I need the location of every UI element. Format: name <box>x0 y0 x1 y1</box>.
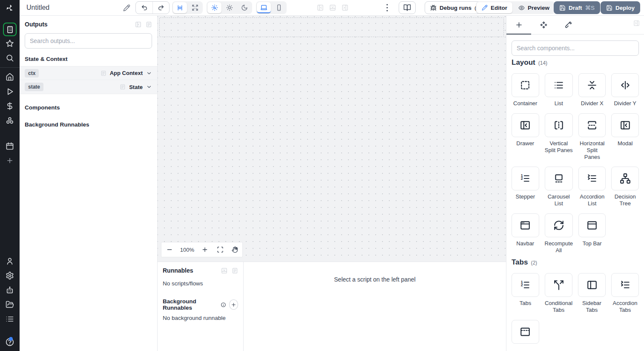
save-icon <box>559 5 566 11</box>
tab-insert-component[interactable] <box>506 16 531 34</box>
sidebar-item-workers[interactable] <box>0 283 20 297</box>
tab-styling[interactable] <box>556 16 581 34</box>
doc-icon <box>101 70 106 76</box>
component-card-decision-tree[interactable] <box>611 167 639 190</box>
ctx-row[interactable]: ctx App Context <box>20 66 157 80</box>
panel-left-toggle-icon[interactable] <box>317 3 324 13</box>
component-card-container[interactable] <box>512 73 539 97</box>
collapse-runnables-panel-icon[interactable] <box>221 268 227 274</box>
component-card-recompute-all[interactable] <box>545 213 573 237</box>
divider-y-icon <box>620 80 631 91</box>
divider-x-icon <box>586 80 598 91</box>
component-card-modal[interactable] <box>611 113 639 137</box>
add-background-runnable-button[interactable] <box>229 299 238 310</box>
expand-canvas-button[interactable] <box>188 2 202 13</box>
component-card-sidebar-tabs[interactable] <box>578 273 606 297</box>
zoom-out-button[interactable] <box>161 242 178 257</box>
chevron-down-icon[interactable] <box>146 70 152 76</box>
component-card-divider-x[interactable] <box>578 73 606 97</box>
sidebar-item-logs[interactable] <box>0 312 20 326</box>
panel-bottom-toggle-icon[interactable] <box>329 3 336 13</box>
state-row[interactable]: state State <box>20 80 157 94</box>
sidebar-item-variables[interactable] <box>0 99 20 113</box>
undo-button[interactable] <box>136 2 152 14</box>
undo-icon <box>141 4 148 11</box>
theme-dark-button[interactable] <box>237 2 251 13</box>
sidebar-item-search[interactable] <box>0 51 20 65</box>
component-alignment-button[interactable] <box>173 2 187 13</box>
runnables-doc-icon[interactable] <box>232 268 238 274</box>
component-card-navbar[interactable] <box>512 213 539 237</box>
component-card-stepper[interactable]: 12 <box>512 167 539 190</box>
search-outputs-input[interactable] <box>25 33 152 49</box>
component-card-accordion-list[interactable] <box>578 167 606 190</box>
component-card-tabs[interactable]: 12 <box>512 273 539 297</box>
resources-boxes-icon <box>6 116 14 125</box>
sidebar-item-add[interactable] <box>0 153 20 168</box>
more-menu-button[interactable] <box>383 3 391 13</box>
decision-tree-icon <box>620 173 631 184</box>
docs-button[interactable] <box>399 1 416 14</box>
windmill-logo[interactable] <box>0 0 20 16</box>
editor-tab[interactable]: Editor <box>477 2 512 13</box>
undo-redo-group <box>135 1 170 14</box>
component-card-accordion-tabs[interactable] <box>611 273 639 297</box>
editor-preview-switch: Editor Preview <box>476 1 555 14</box>
chevron-down-icon[interactable] <box>146 84 152 90</box>
pan-tool-button[interactable] <box>227 242 242 257</box>
sidebar-item-runs[interactable] <box>0 84 20 99</box>
theme-light-button[interactable] <box>222 2 236 13</box>
app-editor: Untitled <box>0 0 644 351</box>
component-card-carousel[interactable] <box>545 167 573 190</box>
sidebar-item-schedules[interactable] <box>0 139 20 153</box>
expand-icon <box>192 4 198 11</box>
tabs-cards-grid: 12 Tabs Conditional Tabs Sidebar Tabs Ac… <box>512 273 639 347</box>
rename-app-button[interactable] <box>121 3 132 13</box>
variables-dollar-icon <box>6 102 14 110</box>
preview-tab[interactable]: Preview <box>513 2 555 13</box>
sidebar-item-resources[interactable] <box>0 113 20 128</box>
sidebar-item-app-editor[interactable] <box>3 23 17 36</box>
component-card-conditional-tabs[interactable] <box>545 273 572 297</box>
notification-dot <box>9 337 13 341</box>
tab-component-settings[interactable] <box>531 16 556 34</box>
fit-to-screen-button[interactable] <box>213 242 228 257</box>
search-components-input[interactable] <box>512 40 639 56</box>
deploy-button[interactable]: Deploy <box>601 1 640 14</box>
redo-button[interactable] <box>152 2 169 14</box>
layout-cards-grid: Container List Divider X Divider Y Drawe… <box>512 73 639 254</box>
component-card-horizontal-split[interactable] <box>578 113 606 137</box>
outputs-doc-icon[interactable] <box>146 21 152 28</box>
script-editor-placeholder: Select a script on the left panel <box>244 262 506 351</box>
bug-icon <box>430 5 437 11</box>
tabs-icon: 12 <box>520 279 531 291</box>
mobile-view-button[interactable] <box>272 2 286 13</box>
panel-right-toggle-icon[interactable] <box>342 3 348 13</box>
zoom-in-button[interactable] <box>197 242 213 257</box>
desktop-view-button[interactable] <box>257 2 271 13</box>
sidebar-item-favorites[interactable] <box>0 36 20 51</box>
hand-icon <box>232 246 239 253</box>
sidebar-item-folders[interactable] <box>0 297 20 312</box>
app-canvas[interactable]: 100% <box>158 16 506 262</box>
sidebar-item-help[interactable] <box>5 337 14 347</box>
list-icon <box>553 80 564 91</box>
component-card-drawer[interactable] <box>512 113 539 137</box>
canvas-align-group <box>172 1 203 14</box>
component-card-vertical-split[interactable] <box>545 113 573 137</box>
collapse-outputs-panel-icon[interactable] <box>135 21 141 28</box>
collapse-components-panel-icon[interactable] <box>633 20 640 26</box>
preview-label: Preview <box>528 5 549 11</box>
component-dropzone[interactable] <box>159 17 504 37</box>
draft-button[interactable]: Draft ⌘S <box>554 1 600 14</box>
component-card-invisible-tabs[interactable] <box>512 320 539 344</box>
theme-auto-button[interactable] <box>207 2 221 13</box>
sidebar-item-user[interactable] <box>0 254 20 268</box>
device-desktop-icon <box>260 4 267 11</box>
sidebar-item-settings[interactable] <box>0 268 20 283</box>
sidebar-item-home[interactable] <box>0 70 20 84</box>
plus-icon <box>515 21 523 29</box>
component-card-divider-y[interactable] <box>611 73 639 97</box>
component-card-top-bar[interactable] <box>578 213 606 237</box>
component-card-list[interactable] <box>545 73 573 97</box>
